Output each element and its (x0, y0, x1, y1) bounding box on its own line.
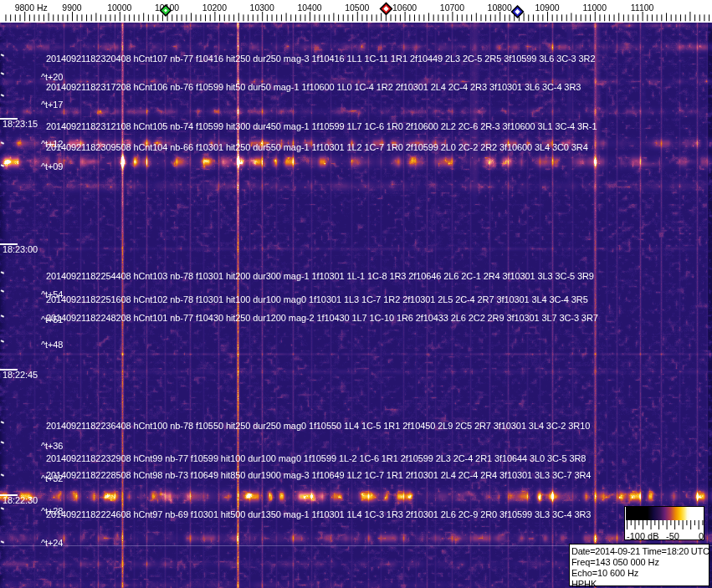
svg-text:11000: 11000 (583, 3, 607, 13)
svg-text:10400: 10400 (297, 3, 321, 13)
svg-text:10300: 10300 (250, 3, 274, 13)
svg-text:10500: 10500 (345, 3, 369, 13)
svg-text:9900: 9900 (62, 3, 82, 13)
svg-text:10000: 10000 (107, 3, 131, 13)
svg-text:10800: 10800 (488, 3, 512, 13)
svg-text:10200: 10200 (202, 3, 227, 13)
svg-text:11100: 11100 (631, 3, 654, 13)
svg-text:10700: 10700 (440, 3, 464, 13)
svg-text:10600: 10600 (392, 3, 417, 13)
svg-text:9800 Hz: 9800 Hz (15, 3, 48, 13)
svg-text:10900: 10900 (535, 3, 559, 13)
